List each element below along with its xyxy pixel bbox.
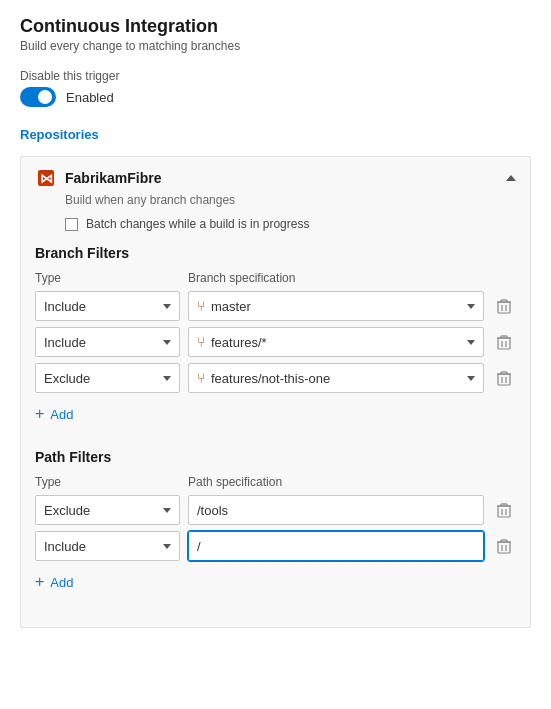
branch-type-select-3[interactable]: Exclude xyxy=(35,363,180,393)
delete-path-filter-1[interactable] xyxy=(492,498,516,522)
repo-icon: ⋈ xyxy=(35,167,57,189)
chevron-down-icon xyxy=(163,508,171,513)
delete-branch-filter-2[interactable] xyxy=(492,330,516,354)
path-type-value-1: Exclude xyxy=(44,503,90,518)
branch-filter-row: Include ⑂ master xyxy=(35,291,516,321)
repository-container: ⋈ FabrikamFibre Build when any branch ch… xyxy=(20,156,531,628)
chevron-down-icon xyxy=(467,304,475,309)
repo-subtitle: Build when any branch changes xyxy=(65,193,516,207)
branch-type-value-3: Exclude xyxy=(44,371,90,386)
path-type-col-header: Type xyxy=(35,475,180,489)
add-branch-filter-btn[interactable]: + Add xyxy=(35,399,516,429)
branch-spec-select-2[interactable]: ⑂ features/* xyxy=(188,327,484,357)
enable-toggle[interactable] xyxy=(20,87,56,107)
path-filters-title: Path Filters xyxy=(35,449,516,465)
branch-spec-col-header: Branch specification xyxy=(188,271,295,285)
branch-icon-1: ⑂ xyxy=(197,298,205,314)
collapse-icon[interactable] xyxy=(506,175,516,181)
add-path-filter-btn[interactable]: + Add xyxy=(35,567,516,597)
branch-filters-section: Branch Filters Type Branch specification… xyxy=(35,245,516,429)
branch-type-col-header: Type xyxy=(35,271,180,285)
plus-icon: + xyxy=(35,405,44,423)
branch-type-value-1: Include xyxy=(44,299,86,314)
path-filter-row-2: Include xyxy=(35,531,516,561)
repo-name: FabrikamFibre xyxy=(65,170,498,186)
svg-rect-16 xyxy=(498,374,510,385)
branch-spec-value-3: features/not-this-one xyxy=(211,371,330,386)
path-type-select-1[interactable]: Exclude xyxy=(35,495,180,525)
branch-spec-value-2: features/* xyxy=(211,335,267,350)
path-spec-input-1[interactable] xyxy=(188,495,484,525)
branch-filter-row: Include ⑂ features/* xyxy=(35,327,516,357)
chevron-down-icon xyxy=(163,304,171,309)
chevron-down-icon xyxy=(163,376,171,381)
delete-branch-filter-1[interactable] xyxy=(492,294,516,318)
page-subtitle: Build every change to matching branches xyxy=(20,39,531,53)
batch-checkbox[interactable] xyxy=(65,218,78,231)
path-spec-col-header: Path specification xyxy=(188,475,282,489)
branch-spec-select-1[interactable]: ⑂ master xyxy=(188,291,484,321)
branch-filters-title: Branch Filters xyxy=(35,245,516,261)
branch-filter-row: Exclude ⑂ features/not-this-one xyxy=(35,363,516,393)
add-branch-label: Add xyxy=(50,407,73,422)
add-path-label: Add xyxy=(50,575,73,590)
branch-spec-value-1: master xyxy=(211,299,251,314)
batch-checkbox-label: Batch changes while a build is in progre… xyxy=(86,217,309,231)
path-filter-row-1: Exclude xyxy=(35,495,516,525)
branch-icon-2: ⑂ xyxy=(197,334,205,350)
toggle-state-label: Enabled xyxy=(66,90,114,105)
chevron-down-icon xyxy=(467,340,475,345)
disable-trigger-label: Disable this trigger xyxy=(20,69,531,83)
svg-rect-9 xyxy=(498,338,510,349)
page-title: Continuous Integration xyxy=(20,16,531,37)
chevron-down-icon xyxy=(163,544,171,549)
branch-type-select-1[interactable]: Include xyxy=(35,291,180,321)
path-spec-input-2[interactable] xyxy=(188,531,484,561)
svg-rect-23 xyxy=(498,506,510,517)
branch-type-select-2[interactable]: Include xyxy=(35,327,180,357)
repositories-heading: Repositories xyxy=(20,127,531,144)
chevron-down-icon xyxy=(467,376,475,381)
chevron-down-icon xyxy=(163,340,171,345)
path-type-value-2: Include xyxy=(44,539,86,554)
path-filters-section: Path Filters Type Path specification Exc… xyxy=(35,449,516,597)
branch-icon-3: ⑂ xyxy=(197,370,205,386)
svg-rect-30 xyxy=(498,542,510,553)
delete-path-filter-2[interactable] xyxy=(492,534,516,558)
delete-branch-filter-3[interactable] xyxy=(492,366,516,390)
svg-text:⋈: ⋈ xyxy=(40,171,53,186)
path-type-select-2[interactable]: Include xyxy=(35,531,180,561)
plus-icon-path: + xyxy=(35,573,44,591)
branch-spec-select-3[interactable]: ⑂ features/not-this-one xyxy=(188,363,484,393)
branch-type-value-2: Include xyxy=(44,335,86,350)
svg-rect-2 xyxy=(498,302,510,313)
trigger-section: Disable this trigger Enabled xyxy=(20,69,531,107)
